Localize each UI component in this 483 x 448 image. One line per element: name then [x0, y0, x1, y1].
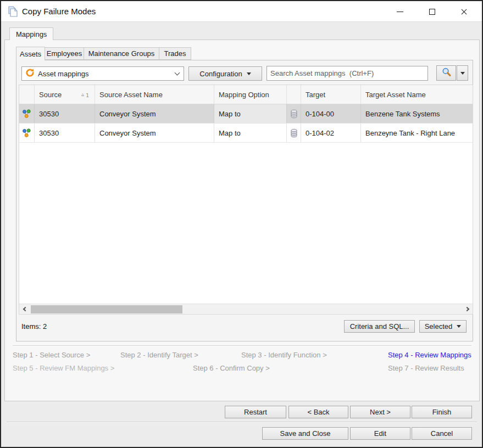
cell-mapping-option: Map to: [214, 124, 287, 142]
header-mapping-option[interactable]: Mapping Option: [214, 85, 287, 104]
mapping-type-value: Asset mappings: [38, 70, 175, 78]
header-target-icon-column[interactable]: [287, 85, 301, 104]
table-row[interactable]: 30530 Conveyor System Map to 0-104-00 Be…: [19, 104, 473, 124]
cancel-label: Cancel: [431, 429, 453, 438]
chevron-down-icon: [175, 70, 180, 75]
mappings-page: Assets Employees Maintenance Groups Trad…: [4, 40, 480, 401]
scroll-left-button[interactable]: [19, 304, 29, 314]
scroll-right-button[interactable]: [463, 304, 473, 314]
header-target-asset-name-label: Target Asset Name: [365, 91, 426, 99]
cell-source: 30530: [35, 124, 95, 142]
tab-maintenance-groups-label: Maintenance Groups: [88, 49, 155, 58]
horizontal-scrollbar[interactable]: [19, 304, 473, 314]
scrollbar-thumb[interactable]: [31, 305, 182, 313]
cell-mapping-option: Map to: [214, 104, 287, 123]
cell-source: 30530: [35, 104, 95, 123]
header-source-label: Source: [39, 91, 62, 99]
next-button[interactable]: Next >: [350, 406, 410, 418]
steps-separator: [13, 345, 471, 346]
back-label: < Back: [307, 408, 329, 416]
close-icon: [460, 8, 468, 15]
minimize-button[interactable]: [384, 1, 416, 22]
restart-label: Restart: [244, 408, 267, 416]
tab-employees-label: Employees: [47, 49, 82, 58]
title-bar: Copy Failure Modes: [1, 1, 482, 22]
window-title: Copy Failure Modes: [22, 1, 96, 22]
step-3-link[interactable]: Step 3 - Identify Function >: [241, 351, 327, 359]
selected-label: Selected: [425, 322, 453, 331]
assets-panel: Asset mappings Configuration: [16, 60, 473, 341]
tab-assets-label: Assets: [20, 50, 41, 58]
selected-dropdown-button[interactable]: Selected: [419, 320, 467, 333]
header-mapping-option-label: Mapping Option: [219, 91, 269, 99]
configuration-label: Configuration: [199, 70, 242, 78]
table-row[interactable]: 30530 Conveyor System Map to 0-104-02 Be…: [19, 124, 473, 143]
cancel-button[interactable]: Cancel: [412, 427, 472, 440]
search-input[interactable]: [267, 66, 428, 81]
hierarchy-icon: [19, 104, 35, 123]
grid-header: Source ▵ 1 Source Asset Name Mapping Opt…: [19, 85, 473, 104]
database-icon: [287, 104, 301, 123]
tab-trades-label: Trades: [164, 49, 186, 58]
copy-failure-modes-dialog: Copy Failure Modes Mappings Assets Emplo…: [0, 0, 483, 448]
items-count: Items: 2: [21, 322, 47, 331]
mappings-grid: Source ▵ 1 Source Asset Name Mapping Opt…: [19, 85, 473, 315]
hierarchy-icon: [19, 124, 35, 142]
step-1-link[interactable]: Step 1 - Select Source >: [13, 351, 90, 359]
header-target[interactable]: Target: [301, 85, 361, 104]
step-4-link-active[interactable]: Step 4 - Review Mappings: [388, 351, 471, 359]
step-5-link[interactable]: Step 5 - Review FM Mappings >: [13, 364, 114, 372]
search-icon: [441, 67, 452, 79]
cell-source-asset-name: Conveyor System: [95, 124, 214, 142]
mapping-type-select[interactable]: Asset mappings: [21, 66, 184, 81]
cell-target-asset-name: Benzeyne Tank - Right Lane: [361, 124, 473, 142]
step-7-link[interactable]: Step 7 - Review Results: [388, 364, 464, 372]
window-controls: [384, 1, 480, 22]
tab-trades[interactable]: Trades: [159, 47, 191, 60]
save-and-close-label: Save and Close: [280, 429, 331, 438]
close-button[interactable]: [448, 1, 480, 22]
chevron-right-icon: [464, 307, 469, 311]
tab-mappings-label: Mappings: [16, 30, 47, 38]
maximize-button[interactable]: [416, 1, 448, 22]
header-target-label: Target: [306, 91, 325, 99]
back-button[interactable]: < Back: [288, 406, 348, 418]
database-icon: [287, 124, 301, 142]
tab-mappings[interactable]: Mappings: [9, 27, 53, 40]
dropdown-arrow-icon: [247, 72, 251, 75]
cell-target-asset-name: Benzene Tank Systems: [361, 104, 473, 123]
tab-employees[interactable]: Employees: [45, 47, 84, 60]
sort-ascending-icon: ▵ 1: [81, 91, 89, 98]
cell-target: 0-104-00: [301, 104, 361, 123]
header-target-asset-name[interactable]: Target Asset Name: [361, 85, 473, 104]
restart-button[interactable]: Restart: [225, 406, 286, 418]
edit-label: Edit: [374, 429, 386, 438]
cell-target: 0-104-02: [301, 124, 361, 142]
header-source-asset-name-label: Source Asset Name: [99, 91, 163, 99]
search-split-button: [436, 65, 468, 81]
search-button[interactable]: [436, 65, 456, 81]
minimize-icon: [397, 12, 403, 12]
cell-source-asset-name: Conveyor System: [95, 104, 214, 123]
criteria-and-sql-label: Criteria and SQL...: [350, 322, 409, 331]
configuration-button[interactable]: Configuration: [188, 66, 262, 81]
save-and-close-button[interactable]: Save and Close: [262, 427, 348, 440]
search-options-button[interactable]: [457, 65, 468, 81]
dropdown-arrow-icon: [457, 325, 461, 328]
edit-button[interactable]: Edit: [350, 427, 410, 440]
tab-maintenance-groups[interactable]: Maintenance Groups: [84, 47, 159, 60]
header-source[interactable]: Source ▵ 1: [35, 85, 95, 104]
next-label: Next >: [370, 408, 391, 416]
header-row-icon-column[interactable]: [19, 85, 35, 104]
step-2-link[interactable]: Step 2 - Identify Target >: [120, 351, 198, 359]
tab-assets[interactable]: Assets: [16, 47, 45, 60]
asset-mapping-icon: [25, 68, 35, 79]
button-rows-separator: [7, 422, 477, 423]
criteria-and-sql-button[interactable]: Criteria and SQL...: [344, 320, 415, 333]
copy-document-icon: [7, 5, 19, 18]
header-source-asset-name[interactable]: Source Asset Name: [95, 85, 214, 104]
step-6-link[interactable]: Step 6 - Confirm Copy >: [193, 364, 270, 372]
maximize-icon: [429, 9, 435, 15]
finish-button[interactable]: Finish: [412, 406, 472, 418]
chevron-left-icon: [23, 307, 27, 311]
